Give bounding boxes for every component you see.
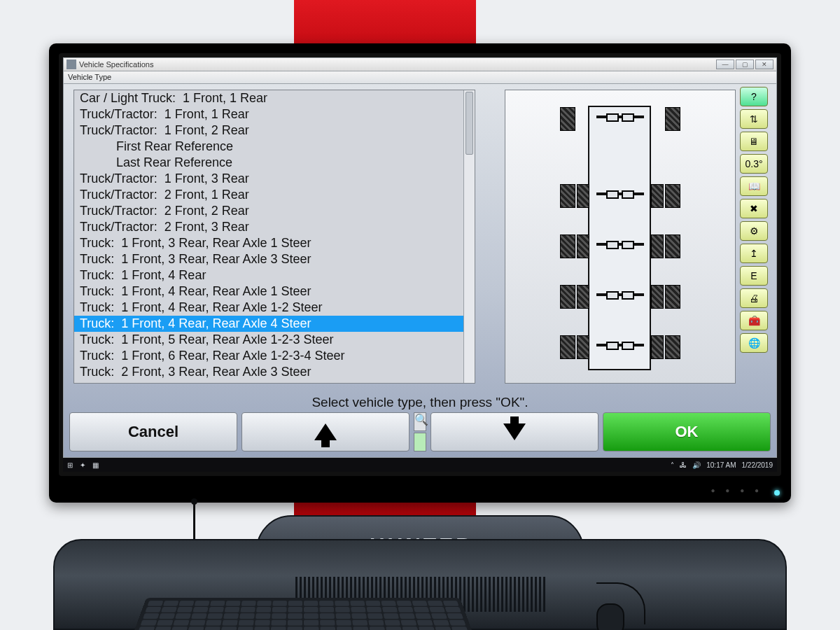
system-tray[interactable]: ˄ 🖧 🔊 10:17 AM 1/22/2019	[671, 461, 773, 469]
side-icon-3[interactable]: 0.3°	[740, 154, 768, 174]
side-toolbar: ?⇅🖥0.3°📖✖⚙↥E🖨🧰🌐	[740, 87, 771, 353]
down-button[interactable]	[430, 412, 598, 451]
taskbar-search-icon[interactable]: ✦	[80, 461, 85, 469]
list-scrollbar[interactable]	[463, 90, 475, 383]
side-icon-4[interactable]: 📖	[740, 176, 768, 196]
list-item[interactable]: Truck/Tractor: 1 Front, 2 Rear	[74, 122, 475, 139]
list-item[interactable]: Truck/Tractor: 1 Front, 1 Rear	[74, 106, 475, 122]
taskbar-app-icon[interactable]: ▦	[92, 461, 99, 469]
start-button[interactable]: ⊞	[67, 461, 73, 469]
menu-vehicle-type[interactable]: Vehicle Type	[68, 73, 111, 81]
list-item[interactable]: Truck: 1 Front, 4 Rear	[74, 267, 475, 284]
axle-diagram-panel	[505, 90, 736, 384]
tray-volume-icon[interactable]: 🔊	[692, 461, 701, 469]
list-item[interactable]: Truck: 1 Front, 3 Rear, Rear Axle 3 Stee…	[74, 251, 475, 267]
close-button[interactable]: ✕	[755, 59, 774, 69]
monitor-frame: ● ● ● ● Vehicle Specifications — ▢ ✕ Veh…	[49, 43, 791, 503]
mouse[interactable]	[596, 603, 624, 630]
window-titlebar[interactable]: Vehicle Specifications — ▢ ✕	[63, 57, 777, 71]
maximize-button[interactable]: ▢	[736, 59, 754, 69]
ok-label: OK	[676, 423, 699, 441]
list-item[interactable]: Last Rear Reference	[74, 155, 475, 171]
list-item[interactable]: Truck: 2 Front, 3 Rear, Rear Axle 3 Stee…	[74, 364, 475, 380]
side-icon-0[interactable]: ?	[740, 87, 768, 106]
axle-rear-3	[554, 285, 686, 306]
side-icon-8[interactable]: E	[740, 266, 768, 286]
axle-front-1	[554, 107, 686, 128]
list-item[interactable]: Bus: 1 Front, 1 Rear	[74, 380, 475, 384]
arrow-down-icon	[503, 424, 526, 440]
list-item[interactable]: Truck: 1 Front, 5 Rear, Rear Axle 1-2-3 …	[74, 332, 475, 348]
search-icon: 🔍	[414, 412, 426, 431]
ok-button[interactable]: OK	[603, 412, 771, 451]
button-row: Cancel 🔍 OK	[69, 412, 771, 451]
side-icon-5[interactable]: ✖	[740, 199, 768, 218]
list-item[interactable]: Truck: 1 Front, 3 Rear, Rear Axle 1 Stee…	[74, 235, 475, 251]
tray-time[interactable]: 10:17 AM	[706, 461, 736, 469]
taskbar[interactable]: ⊞ ✦ ▦ ˄ 🖧 🔊 10:17 AM 1/22/2019	[63, 458, 777, 472]
cancel-button[interactable]: Cancel	[69, 412, 237, 451]
mini-indicator[interactable]: 🔍	[414, 412, 426, 451]
axle-rear-1	[554, 184, 686, 205]
list-item[interactable]: Truck/Tractor: 1 Front, 3 Rear	[74, 171, 475, 187]
list-item[interactable]: Car / Light Truck: 1 Front, 1 Rear	[74, 90, 475, 106]
list-item[interactable]: Truck/Tractor: 2 Front, 2 Rear	[74, 203, 475, 219]
vehicle-type-list[interactable]: Car / Light Truck: 1 Front, 1 RearTruck/…	[74, 90, 475, 384]
list-item[interactable]: Truck: 1 Front, 4 Rear, Rear Axle 1 Stee…	[74, 284, 475, 300]
kiosk-console: HUNTER	[53, 539, 787, 630]
cancel-label: Cancel	[128, 423, 178, 441]
menu-bar[interactable]: Vehicle Type	[63, 71, 777, 84]
instruction-text: Select vehicle type, then press "OK".	[64, 395, 776, 410]
list-item[interactable]: Truck/Tractor: 2 Front, 1 Rear	[74, 187, 475, 203]
tray-chevron-icon[interactable]: ˄	[671, 461, 674, 469]
list-item[interactable]: Truck: 1 Front, 6 Rear, Rear Axle 1-2-3-…	[74, 348, 475, 364]
screen: Vehicle Specifications — ▢ ✕ Vehicle Typ…	[63, 57, 777, 472]
side-icon-11[interactable]: 🌐	[740, 333, 768, 353]
list-item[interactable]: Truck/Tractor: 2 Front, 3 Rear	[74, 219, 475, 235]
side-icon-7[interactable]: ↥	[740, 244, 768, 263]
app-icon	[66, 59, 76, 69]
power-led	[774, 490, 780, 496]
side-icon-10[interactable]: 🧰	[740, 311, 768, 330]
list-item[interactable]: Truck: 1 Front, 4 Rear, Rear Axle 4 Stee…	[74, 316, 475, 332]
minimize-button[interactable]: —	[716, 59, 734, 69]
side-icon-1[interactable]: ⇅	[740, 109, 768, 129]
app-body: Car / Light Truck: 1 Front, 1 RearTruck/…	[63, 84, 777, 458]
list-item[interactable]: Truck: 1 Front, 4 Rear, Rear Axle 1-2 St…	[74, 300, 475, 316]
axle-rear-4-steer	[554, 335, 686, 356]
monitor-controls: ● ● ● ●	[711, 486, 764, 494]
axle-rear-2	[554, 234, 686, 255]
side-icon-6[interactable]: ⚙	[740, 221, 768, 241]
console-shelf	[53, 539, 787, 630]
tray-date[interactable]: 1/22/2019	[742, 461, 774, 469]
up-button[interactable]	[241, 412, 410, 451]
arrow-up-icon	[314, 424, 337, 440]
window-title: Vehicle Specifications	[79, 60, 153, 69]
side-icon-2[interactable]: 🖥	[740, 132, 768, 151]
side-icon-9[interactable]: 🖨	[740, 288, 768, 308]
keyboard[interactable]	[130, 598, 476, 630]
list-item[interactable]: First Rear Reference	[74, 139, 475, 155]
scrollbar-thumb[interactable]	[465, 92, 473, 155]
tray-network-icon[interactable]: 🖧	[680, 461, 687, 469]
